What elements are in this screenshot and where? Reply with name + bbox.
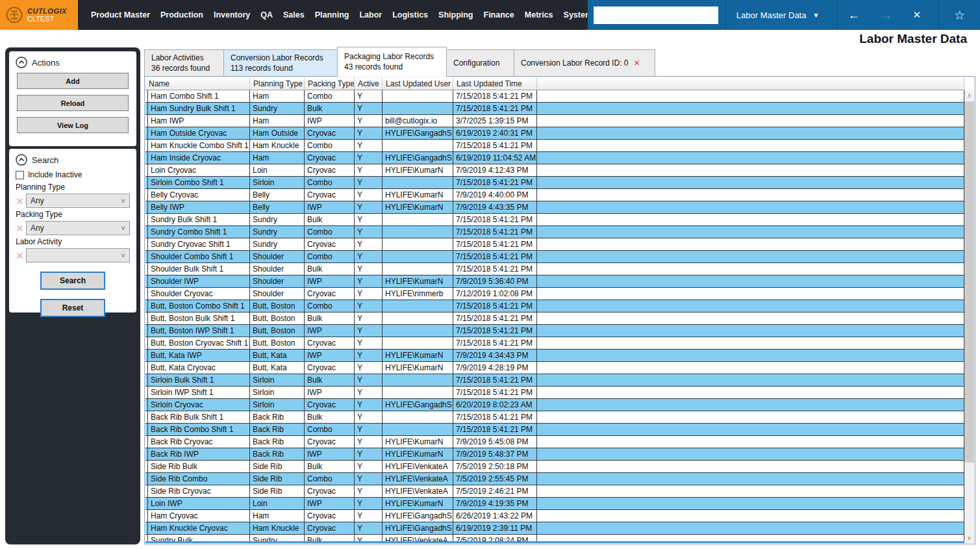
- cell-last-updated-time: 7/15/2018 5:41:21 PM: [453, 177, 537, 188]
- scroll-down-icon[interactable]: ∨: [964, 533, 974, 543]
- packing-type-select[interactable]: Any˅: [26, 221, 130, 235]
- table-row[interactable]: Back Rib IWPBack RibIWPYHYLIFE\KumarN7/9…: [145, 448, 964, 461]
- table-row[interactable]: Back Rib CryovacBack RibCryovacYHYLIFE\K…: [145, 436, 964, 448]
- table-row[interactable]: Sundry Cryovac Shift 1SundryCryovacY7/15…: [145, 238, 964, 251]
- column-header-planning-type[interactable]: Planning Type: [250, 77, 305, 90]
- table-row[interactable]: Ham Combo Shift 1HamComboY7/15/2018 5:41…: [145, 90, 964, 103]
- nav-item-logistics[interactable]: Logistics: [387, 0, 433, 30]
- cell-last-updated-user: bill@cutlogix.io: [383, 115, 453, 127]
- table-row[interactable]: Ham Knuckle Combo Shift 1Ham KnuckleComb…: [145, 140, 964, 152]
- table-row[interactable]: Sirloin Bulk Shift 1SirloinBulkY7/15/201…: [145, 374, 964, 387]
- table-row[interactable]: Shoulder Bulk Shift 1ShoulderBulkY7/15/2…: [145, 263, 964, 275]
- scroll-up-icon[interactable]: ∧: [964, 90, 974, 101]
- table-row[interactable]: Belly IWPBellyIWPYHYLIFE\KumarN7/9/2019 …: [145, 201, 964, 214]
- tab-configuration[interactable]: Configuration: [446, 49, 514, 76]
- include-inactive-checkbox[interactable]: [16, 171, 24, 179]
- cell-name: Butt, Boston IWP Shift 1: [148, 325, 250, 337]
- favorite-star-button[interactable]: ☆: [939, 0, 980, 30]
- table-row[interactable]: Loin IWPLoinIWPYHYLIFE\KumarN7/9/2019 4:…: [145, 498, 964, 510]
- nav-item-planning[interactable]: Planning: [310, 0, 355, 30]
- table-row[interactable]: Ham Inside CryovacHamCryovacYHYLIFE\Gang…: [145, 152, 964, 164]
- collapse-panel-icon[interactable]: [16, 57, 27, 68]
- vertical-scrollbar[interactable]: ∧ ∨: [964, 90, 974, 543]
- table-row[interactable]: Ham IWPHamIWPYbill@cutlogix.io3/7/2025 1…: [145, 115, 964, 127]
- table-row[interactable]: Loin CryovacLoinCryovacYHYLIFE\KumarN7/9…: [145, 164, 964, 177]
- tab-conversion-labor-records[interactable]: Conversion Labor Records113 records foun…: [223, 49, 338, 76]
- table-row[interactable]: Butt, Boston Combo Shift 1Butt, BostonCo…: [145, 300, 964, 313]
- labor-activity-select[interactable]: ˅: [26, 248, 130, 262]
- global-search-input[interactable]: [594, 6, 718, 24]
- nav-item-qa[interactable]: QA: [255, 0, 278, 30]
- add-button[interactable]: Add: [17, 73, 129, 89]
- nav-item-finance[interactable]: Finance: [479, 0, 520, 30]
- table-row[interactable]: Sirloin IWP Shift 1SirloinIWPY7/15/2018 …: [145, 387, 964, 399]
- table-row[interactable]: Ham CryovacHamCryovacYHYLIFE\GangadhS6/2…: [145, 510, 964, 522]
- column-header-packing-type[interactable]: Packing Type: [305, 77, 355, 90]
- reload-button[interactable]: Reload: [17, 95, 129, 111]
- table-row[interactable]: Ham Outside CryovacHam OutsideCryovacYHY…: [145, 127, 964, 140]
- table-row[interactable]: Shoulder CryovacShoulderCryovacYHYLIFE\r…: [145, 288, 964, 300]
- cell-packing-type: Cryovac: [305, 152, 355, 164]
- cell-planning-type: Butt, Kata: [250, 350, 305, 361]
- table-row[interactable]: Sirloin Combo Shift 1SirloinComboY7/15/2…: [145, 177, 964, 189]
- table-row[interactable]: Ham Knuckle CryovacHam KnuckleCryovacYHY…: [145, 522, 964, 535]
- table-row[interactable]: Butt, Kata IWPButt, KataIWPYHYLIFE\Kumar…: [145, 350, 964, 362]
- nav-item-metrics[interactable]: Metrics: [520, 0, 559, 30]
- page-selector-dropdown[interactable]: Labor Master Data ▼: [726, 0, 830, 30]
- nav-item-shipping[interactable]: Shipping: [433, 0, 478, 30]
- tab-packaging-labor-records[interactable]: Packaging Labor Records43 records found: [337, 47, 447, 77]
- back-button[interactable]: ←: [837, 0, 870, 30]
- nav-item-product-master[interactable]: Product Master: [86, 0, 155, 30]
- cell-name: Butt, Kata Cryovac: [148, 362, 250, 374]
- clear-filter-icon[interactable]: ✕: [16, 251, 26, 261]
- table-row[interactable]: Side Rib BulkSide RibBulkYHYLIFE\Venkate…: [145, 461, 964, 473]
- planning-type-select[interactable]: Any˅: [26, 194, 130, 208]
- nav-item-sales[interactable]: Sales: [278, 0, 310, 30]
- table-row[interactable]: Butt, Boston Cryovac Shift 1Butt, Boston…: [145, 337, 964, 350]
- table-row[interactable]: Side Rib CryovacSide RibCryovacYHYLIFE\V…: [145, 485, 964, 498]
- app-logo[interactable]: CUTLOGIX CLTEST: [0, 0, 78, 30]
- column-header-active[interactable]: Active: [355, 77, 383, 90]
- scrollbar-thumb[interactable]: [964, 101, 974, 463]
- table-row[interactable]: Shoulder Combo Shift 1ShoulderComboY7/15…: [145, 251, 964, 263]
- table-row[interactable]: Butt, Boston Bulk Shift 1Butt, BostonBul…: [145, 313, 964, 325]
- cell-active: Y: [355, 140, 383, 151]
- cell-filler: [537, 387, 964, 398]
- table-row[interactable]: Back Rib Combo Shift 1Back RibComboY7/15…: [145, 424, 964, 436]
- cell-last-updated-time: 6/20/2019 8:02:23 AM: [453, 399, 537, 411]
- table-row[interactable]: Shoulder IWPShoulderIWPYHYLIFE\KumarN7/9…: [145, 275, 964, 288]
- cell-last-updated-time: 7/5/2019 2:55:45 PM: [453, 473, 537, 485]
- table-row[interactable]: Sundry Combo Shift 1SundryComboY7/15/201…: [145, 226, 964, 238]
- view-log-button[interactable]: View Log: [17, 117, 129, 133]
- table-row[interactable]: Butt, Boston IWP Shift 1Butt, BostonIWPY…: [145, 325, 964, 337]
- clear-filter-icon[interactable]: ✕: [16, 223, 26, 233]
- forward-button[interactable]: →: [870, 0, 902, 30]
- close-tab-icon[interactable]: ✕: [633, 58, 640, 68]
- column-header-name[interactable]: Name: [145, 77, 250, 90]
- cell-filler: [537, 473, 964, 485]
- cell-planning-type: Sirloin: [250, 399, 305, 411]
- table-row[interactable]: Sirloin CryovacSirloinCryovacYHYLIFE\Gan…: [145, 399, 964, 411]
- table-row[interactable]: Back Rib Bulk Shift 1Back RibBulkY7/15/2…: [145, 411, 964, 424]
- nav-item-production[interactable]: Production: [155, 0, 208, 30]
- table-row[interactable]: Side Rib ComboSide RibComboYHYLIFE\Venka…: [145, 473, 964, 485]
- cell-filler: [537, 238, 964, 250]
- cell-active: Y: [355, 362, 383, 374]
- collapse-panel-icon[interactable]: [16, 154, 27, 166]
- table-row[interactable]: Butt, Kata CryovacButt, KataCryovacYHYLI…: [145, 362, 964, 374]
- reset-button[interactable]: Reset: [40, 299, 105, 317]
- close-page-button[interactable]: ✕: [902, 0, 931, 30]
- cell-filler: [537, 263, 964, 275]
- column-header-last-updated-user[interactable]: Last Updated User: [383, 77, 453, 90]
- column-header-last-updated-time[interactable]: Last Updated Time: [453, 77, 537, 90]
- nav-item-labor[interactable]: Labor: [354, 0, 387, 30]
- table-row[interactable]: Belly CryovacBellyCryovacYHYLIFE\KumarN7…: [145, 189, 964, 201]
- tab-labor-activities[interactable]: Labor Activities36 records found: [144, 49, 224, 76]
- records-grid-panel: NamePlanning TypePacking TypeActiveLast …: [144, 76, 975, 544]
- nav-item-inventory[interactable]: Inventory: [208, 0, 255, 30]
- table-row[interactable]: Sundry Bulk Shift 1SundryBulkY7/15/2018 …: [145, 214, 964, 226]
- tab-conversion-labor-record-id-0[interactable]: Conversion Labor Record ID: 0✕: [514, 49, 655, 76]
- table-row[interactable]: Ham Sundry Bulk Shift 1SundryBulkY7/15/2…: [145, 103, 964, 115]
- search-button[interactable]: Search: [40, 272, 105, 290]
- clear-filter-icon[interactable]: ✕: [16, 196, 26, 206]
